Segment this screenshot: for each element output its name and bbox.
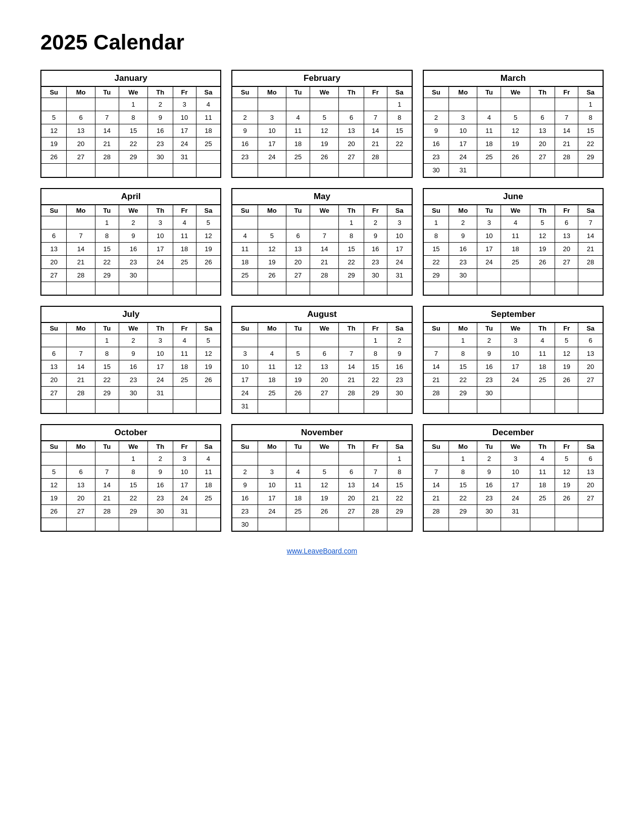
day-cell: 1 — [424, 216, 449, 229]
day-cell — [578, 268, 603, 282]
day-cell — [477, 164, 501, 177]
day-header-mo: Mo — [449, 441, 477, 452]
week-row: 25262728293031 — [232, 268, 411, 282]
day-cell — [286, 216, 310, 229]
week-row — [424, 518, 603, 531]
day-cell — [232, 452, 258, 465]
day-cell: 4 — [477, 111, 501, 124]
day-cell: 9 — [119, 347, 147, 360]
day-cell: 25 — [286, 151, 310, 164]
day-cell — [364, 452, 387, 465]
day-cell: 26 — [286, 387, 310, 400]
day-cell: 6 — [41, 229, 67, 242]
week-row: 12131415161718 — [41, 478, 220, 491]
day-cell: 12 — [501, 124, 530, 137]
day-cell: 10 — [449, 124, 477, 137]
month-title-december: December — [424, 425, 603, 441]
day-cell — [148, 164, 173, 177]
day-cell — [387, 518, 411, 531]
day-cell: 15 — [449, 478, 477, 491]
day-header-th: Th — [530, 87, 555, 98]
day-cell: 23 — [148, 137, 173, 151]
day-cell: 14 — [310, 242, 339, 255]
day-cell: 9 — [148, 111, 173, 124]
day-cell: 20 — [530, 137, 555, 151]
day-cell: 3 — [173, 98, 196, 111]
day-cell — [67, 400, 95, 413]
day-header-su: Su — [424, 87, 449, 98]
day-cell — [449, 282, 477, 295]
day-cell: 21 — [95, 491, 119, 504]
day-cell: 29 — [95, 387, 119, 400]
day-cell — [477, 282, 501, 295]
day-header-fr: Fr — [364, 323, 387, 334]
day-header-su: Su — [424, 323, 449, 334]
day-cell: 19 — [310, 137, 339, 151]
day-cell — [258, 164, 286, 177]
day-cell: 22 — [449, 491, 477, 504]
day-cell: 24 — [258, 151, 286, 164]
day-cell: 27 — [578, 374, 603, 387]
day-cell: 20 — [339, 137, 364, 151]
week-row: 78910111213 — [424, 465, 603, 478]
day-cell — [41, 282, 67, 295]
day-header-we: We — [501, 441, 530, 452]
day-cell: 13 — [41, 242, 67, 255]
day-cell — [364, 518, 387, 531]
day-cell: 10 — [173, 111, 196, 124]
day-header-we: We — [310, 205, 339, 216]
day-cell: 20 — [578, 360, 603, 374]
day-cell: 18 — [286, 137, 310, 151]
day-cell: 31 — [173, 151, 196, 164]
day-header-su: Su — [424, 205, 449, 216]
day-cell: 30 — [364, 268, 387, 282]
day-cell: 9 — [232, 124, 258, 137]
day-cell: 11 — [232, 242, 258, 255]
day-cell: 10 — [387, 229, 411, 242]
day-cell: 1 — [578, 98, 603, 111]
day-cell — [501, 282, 530, 295]
footer-link[interactable]: www.LeaveBoard.com — [40, 547, 604, 555]
day-cell: 13 — [67, 124, 95, 137]
day-cell: 28 — [364, 151, 387, 164]
day-cell: 1 — [449, 334, 477, 347]
day-cell: 5 — [530, 216, 555, 229]
day-cell: 5 — [555, 452, 578, 465]
day-header-tu: Tu — [477, 87, 501, 98]
day-cell: 13 — [578, 465, 603, 478]
day-cell: 9 — [119, 229, 147, 242]
day-cell: 30 — [477, 387, 501, 400]
day-header-fr: Fr — [173, 87, 196, 98]
day-header-mo: Mo — [449, 205, 477, 216]
day-cell: 21 — [364, 491, 387, 504]
day-cell: 27 — [339, 504, 364, 518]
day-cell — [530, 400, 555, 413]
day-cell — [339, 98, 364, 111]
day-cell: 12 — [41, 124, 67, 137]
day-cell: 30 — [232, 518, 258, 531]
week-row: 12345 — [41, 334, 220, 347]
day-cell — [196, 282, 220, 295]
day-cell: 30 — [424, 164, 449, 177]
week-row — [41, 282, 220, 295]
day-cell — [364, 98, 387, 111]
day-cell: 5 — [41, 111, 67, 124]
day-cell: 24 — [387, 255, 411, 268]
day-cell: 19 — [258, 255, 286, 268]
day-cell: 16 — [232, 137, 258, 151]
day-cell — [477, 400, 501, 413]
day-cell: 1 — [95, 334, 119, 347]
day-cell — [286, 452, 310, 465]
day-cell: 17 — [501, 360, 530, 374]
day-header-su: Su — [41, 205, 67, 216]
day-cell — [67, 98, 95, 111]
day-header-we: We — [310, 87, 339, 98]
day-cell: 24 — [258, 504, 286, 518]
day-cell: 19 — [196, 360, 220, 374]
day-cell: 7 — [67, 347, 95, 360]
week-row: 16171819202122 — [424, 137, 603, 151]
day-cell: 8 — [578, 111, 603, 124]
week-row: 21222324252627 — [424, 491, 603, 504]
day-cell: 29 — [95, 268, 119, 282]
week-row — [424, 400, 603, 413]
